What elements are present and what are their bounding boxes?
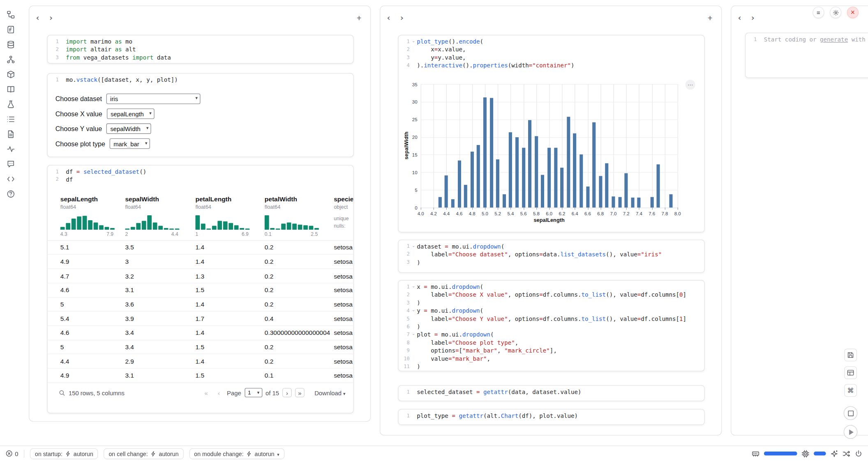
table-row[interactable]: 5.43.91.70.4setosa bbox=[48, 312, 353, 326]
snippets-icon[interactable] bbox=[6, 174, 15, 183]
chart-bar[interactable] bbox=[650, 197, 653, 207]
file-tree-icon[interactable] bbox=[6, 10, 15, 19]
table-row[interactable]: 4.42.91.40.2setosa bbox=[48, 354, 353, 369]
scratchpad-icon[interactable] bbox=[6, 99, 15, 108]
column-header[interactable]: petalLength float64 16.9 bbox=[195, 196, 264, 237]
cell-imports[interactable]: 1import marimo as mo2import altair as al… bbox=[47, 35, 353, 64]
cell-chart[interactable]: 1›plot_type().encode(2 x=x.value,3 y=y.v… bbox=[398, 35, 704, 233]
cell-vstack[interactable]: 1mo.vstack([dataset, x, y, plot]) Choose… bbox=[47, 73, 353, 157]
add-cell-button[interactable]: + bbox=[704, 12, 716, 23]
chart-bar[interactable] bbox=[637, 198, 641, 207]
dataset-select[interactable]: iris bbox=[106, 94, 201, 104]
chart-bar[interactable] bbox=[547, 148, 551, 207]
column-next-button[interactable]: › bbox=[399, 14, 404, 22]
table-row[interactable]: 53.41.50.2setosa bbox=[48, 340, 353, 355]
shutdown-button[interactable]: × bbox=[847, 7, 859, 18]
chart-bar[interactable] bbox=[567, 117, 570, 208]
column-prev-button[interactable]: ‹ bbox=[35, 14, 40, 22]
chart-bar[interactable] bbox=[573, 133, 577, 207]
menu-button[interactable]: ≡ bbox=[813, 7, 824, 18]
chart-bar[interactable] bbox=[599, 176, 602, 207]
column-next-button[interactable]: › bbox=[750, 14, 755, 22]
chart-bar[interactable] bbox=[554, 148, 557, 207]
code-editor[interactable]: 1›plot_type().encode(2 x=x.value,3 y=y.v… bbox=[399, 35, 704, 71]
code-editor[interactable]: 1plot_type = getattr(alt.Chart(df), plot… bbox=[399, 410, 704, 422]
fold-chevron-icon[interactable]: › bbox=[409, 333, 417, 336]
ai-assistant-button[interactable] bbox=[830, 449, 838, 457]
chart-actions-button[interactable]: ⋯ bbox=[686, 80, 695, 90]
code-editor[interactable]: 1›dataset = mo.ui.dropdown(2 label="Choo… bbox=[399, 240, 704, 269]
chart-bar[interactable] bbox=[457, 161, 461, 207]
chart-bar[interactable] bbox=[503, 194, 506, 207]
column-prev-button[interactable]: ‹ bbox=[386, 14, 391, 22]
packages-icon[interactable] bbox=[6, 70, 15, 79]
cell-selected-dataset[interactable]: 1selected_dataset = getattr(data, datase… bbox=[398, 385, 704, 401]
chart-bar[interactable] bbox=[560, 168, 563, 207]
editor-placeholder[interactable]: Start coding or bbox=[764, 36, 820, 43]
page-number-select[interactable]: 1 bbox=[245, 388, 262, 397]
on-cell-change-chip[interactable]: on cell change: autorun bbox=[104, 448, 183, 459]
chart-bar[interactable] bbox=[612, 196, 615, 207]
settings-button[interactable] bbox=[830, 7, 841, 18]
errors-button[interactable]: 0 bbox=[5, 450, 18, 457]
logs-icon[interactable] bbox=[6, 129, 15, 138]
code-editor[interactable]: 1›x = mo.ui.dropdown(2 label="Choose X v… bbox=[399, 281, 704, 371]
prev-page-button[interactable]: ‹ bbox=[214, 388, 224, 397]
chart-bar[interactable] bbox=[625, 173, 628, 207]
cell-plot-type[interactable]: 1plot_type = getattr(alt.Chart(df), plot… bbox=[398, 409, 704, 425]
chart-bar[interactable] bbox=[579, 154, 583, 207]
column-prev-button[interactable]: ‹ bbox=[737, 14, 742, 22]
chart-bar[interactable] bbox=[631, 197, 634, 207]
tracing-icon[interactable] bbox=[6, 145, 15, 154]
save-button[interactable] bbox=[844, 349, 857, 362]
chart-bar[interactable] bbox=[541, 175, 544, 207]
table-of-contents-icon[interactable] bbox=[6, 115, 15, 124]
first-page-button[interactable]: « bbox=[201, 388, 211, 397]
variables-icon[interactable] bbox=[6, 55, 15, 64]
y-value-select[interactable]: sepalWidth bbox=[106, 124, 151, 134]
layout-button[interactable] bbox=[844, 366, 857, 379]
chart-bar[interactable] bbox=[605, 164, 609, 207]
column-next-button[interactable]: › bbox=[48, 14, 53, 22]
cell-dataset-dropdown[interactable]: 1›dataset = mo.ui.dropdown(2 label="Choo… bbox=[398, 240, 704, 273]
chart-bar[interactable] bbox=[618, 197, 621, 207]
memory-usage-meter[interactable] bbox=[764, 452, 797, 455]
next-page-button[interactable]: › bbox=[282, 388, 292, 397]
fold-chevron-icon[interactable]: › bbox=[409, 245, 417, 248]
chart-plot[interactable] bbox=[421, 84, 678, 208]
download-button[interactable]: Download bbox=[314, 390, 345, 396]
chart-bar[interactable] bbox=[528, 120, 531, 207]
chart-bar[interactable] bbox=[489, 98, 493, 207]
chart-bar[interactable] bbox=[445, 175, 448, 207]
power-button[interactable] bbox=[855, 449, 863, 457]
chart-bar[interactable] bbox=[657, 164, 660, 207]
fold-chevron-icon[interactable]: › bbox=[409, 40, 417, 43]
chat-icon[interactable] bbox=[6, 159, 15, 168]
code-editor[interactable]: 1import marimo as mo2import altair as al… bbox=[48, 35, 353, 64]
fold-chevron-icon[interactable]: › bbox=[409, 309, 417, 312]
fold-chevron-icon[interactable]: › bbox=[409, 286, 417, 288]
table-row[interactable]: 53.61.40.2setosa bbox=[48, 297, 353, 312]
chart-bar[interactable] bbox=[496, 159, 499, 208]
chart-bar[interactable] bbox=[592, 122, 596, 207]
chart-bar[interactable] bbox=[451, 199, 455, 207]
on-startup-chip[interactable]: on startup: autorun bbox=[30, 448, 98, 459]
generate-link[interactable]: generate bbox=[820, 36, 848, 43]
chart-bar[interactable] bbox=[522, 148, 525, 207]
documentation-icon[interactable] bbox=[6, 85, 15, 94]
interrupt-button[interactable] bbox=[844, 406, 858, 420]
shuffle-button[interactable] bbox=[843, 449, 850, 457]
chart-bar[interactable] bbox=[439, 197, 442, 207]
column-header[interactable]: petalWidth float64 0.12.5 bbox=[265, 196, 334, 237]
chart-bar[interactable] bbox=[535, 136, 538, 207]
x-value-select[interactable]: sepalLength bbox=[107, 109, 155, 120]
search-icon[interactable] bbox=[59, 390, 65, 396]
table-row[interactable]: 5.13.51.40.2setosa bbox=[48, 241, 353, 255]
chart-bar[interactable] bbox=[477, 145, 480, 207]
table-row[interactable]: 4.63.41.40.30000000000000004setosa bbox=[48, 326, 353, 340]
chart-bar[interactable] bbox=[515, 137, 519, 207]
cell-xy-plot-dropdowns[interactable]: 1›x = mo.ui.dropdown(2 label="Choose X v… bbox=[398, 280, 704, 371]
table-row[interactable]: 4.931.40.2setosa bbox=[48, 255, 353, 269]
chart-bar[interactable] bbox=[586, 187, 589, 207]
cpu-usage-meter[interactable] bbox=[814, 452, 826, 455]
